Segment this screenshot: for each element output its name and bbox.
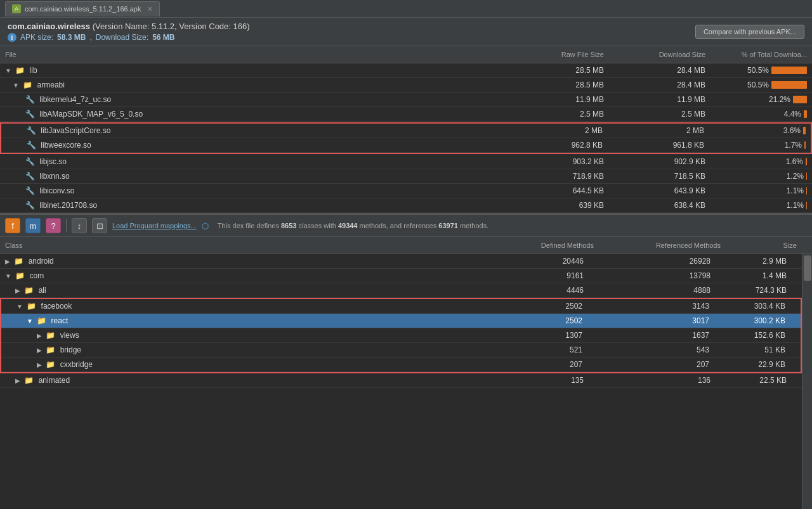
size-bar — [806, 187, 807, 195]
header: com.cainiao.wireless (Version Name: 5.11… — [0, 18, 812, 46]
file-name-cell: 🔧 libxnn.so — [0, 171, 527, 182]
compare-button[interactable]: Compare with previous APK... — [695, 25, 804, 39]
info-icon: i — [8, 33, 16, 42]
expand-icon: ▶ — [37, 347, 42, 354]
table-row[interactable]: ▼ 📁 com 9161 13798 1.4 MB — [0, 269, 802, 283]
table-row[interactable]: ▶ 📁 views 1307 1637 152.6 KB — [1, 328, 801, 343]
expand-icon: ▼ — [5, 67, 11, 74]
folder-icon: 📁 — [15, 66, 25, 75]
file-name-cell: 🔧 libkernelu4_7z_uc.so — [0, 94, 527, 105]
table-row[interactable]: 🔧 libinet.201708.so 639 KB 638.4 KB 1.1% — [0, 198, 812, 213]
folder-icon: 📁 — [14, 257, 23, 266]
expand-icon: ▼ — [16, 303, 23, 310]
table-row[interactable]: ▶ 📁 cxxbridge 207 207 22.9 KB — [1, 358, 801, 372]
table-row[interactable]: 🔧 libxnn.so 718.9 KB 718.5 KB 1.2% — [0, 169, 812, 184]
file-name-cell: 🔧 libAMapSDK_MAP_v6_5_0.so — [0, 108, 527, 120]
class-name-cell: ▶ 📁 views — [1, 330, 486, 341]
tab-label: com.cainiao.wireless_5.11.2_166.apk — [25, 5, 141, 13]
file-name-cell: 🔧 libweexcore.so — [1, 139, 525, 151]
folder-icon: 📁 — [46, 331, 55, 340]
table-row[interactable]: ▶ 📁 animated 135 136 22.5 KB — [0, 373, 802, 388]
table-row[interactable]: ▶ 📁 ali 4446 4888 724.3 KB — [0, 283, 802, 298]
size-bar — [806, 158, 807, 165]
folder-icon: 📁 — [24, 376, 34, 385]
table-row[interactable]: ▶ 📁 android 20446 26928 2.9 MB — [0, 254, 802, 269]
table-row[interactable]: 🔧 libAMapSDK_MAP_v6_5_0.so 2.5 MB 2.5 MB… — [0, 107, 812, 122]
apk-size-label: APK size: — [20, 33, 53, 42]
table-row[interactable]: 🔧 libiconv.so 644.5 KB 643.9 KB 1.1% — [0, 184, 812, 198]
size-bar — [803, 127, 806, 134]
class-name-cell: ▶ 📁 android — [0, 255, 487, 267]
file-name-cell: 🔧 libjsc.so — [0, 156, 527, 167]
bottom-toolbar: f m ? ↕ ⊡ Load Proguard mappings... ⬡ Th… — [0, 214, 812, 237]
table-row[interactable]: ▼ 📁 facebook 2502 3143 303.4 KB — [1, 299, 801, 314]
file-icon: 🔧 — [25, 172, 35, 181]
tab-close-button[interactable]: ✕ — [147, 5, 153, 13]
table-row[interactable]: 🔧 libjsc.so 903.2 KB 902.9 KB 1.6% — [0, 155, 812, 169]
dex-icon: ⬡ — [202, 221, 209, 231]
q-button[interactable]: ? — [46, 218, 61, 233]
pct-col-header: % of Total Downloa... — [710, 49, 812, 60]
apk-size-value: 58.3 MB — [57, 33, 86, 42]
header-row: com.cainiao.wireless (Version Name: 5.11… — [8, 22, 804, 42]
download-value: 56 MB — [152, 33, 174, 42]
expand-icon: ▶ — [5, 258, 10, 265]
filter-button[interactable]: ⊡ — [92, 218, 107, 233]
sort-button[interactable]: ↕ — [72, 218, 87, 233]
class-table-body: ▶ 📁 android 20446 26928 2.9 MB ▼ 📁 com — [0, 254, 812, 509]
file-section: File Raw File Size Download Size % of To… — [0, 46, 812, 214]
apk-tab[interactable]: A com.cainiao.wireless_5.11.2_166.apk ✕ — [5, 1, 160, 16]
size-bar — [806, 172, 807, 180]
rawsize-col-header: Raw File Size — [527, 49, 609, 60]
folder-icon: 📁 — [23, 81, 32, 89]
expand-icon: ▼ — [5, 273, 11, 280]
facebook-react-highlight: ▼ 📁 facebook 2502 3143 303.4 KB ▼ — [0, 298, 802, 373]
expand-icon: ▼ — [27, 318, 33, 325]
download-label: Download Size: — [96, 33, 148, 42]
scrollbar-header — [802, 240, 812, 251]
size-bar — [771, 81, 807, 89]
class-name-cell: ▶ 📁 ali — [0, 285, 487, 296]
dex-info-text: This dex file defines 8653 classes with … — [218, 222, 489, 229]
header-title: com.cainiao.wireless (Version Name: 5.11… — [8, 22, 250, 31]
size-bar — [771, 67, 807, 74]
expand-icon: ▶ — [37, 361, 42, 368]
table-row[interactable]: ▶ 📁 bridge 521 543 51 KB — [1, 343, 801, 358]
expand-icon: ▶ — [37, 332, 42, 339]
file-icon: 🔧 — [25, 157, 35, 166]
file-icon: 🔧 — [25, 95, 35, 104]
table-row[interactable]: 🔧 libweexcore.so 962.8 KB 961.8 KB 1.7% — [1, 138, 811, 153]
table-row[interactable]: ▼ 📁 lib 28.5 MB 28.4 MB 50.5% — [0, 63, 812, 78]
class-col-header: Class — [0, 240, 497, 251]
file-icon: 🔧 — [27, 141, 36, 150]
folder-icon: 📁 — [24, 286, 34, 295]
load-proguard-button[interactable]: Load Proguard mappings... — [112, 222, 197, 229]
header-subtitle: i APK size: 58.3 MB, Download Size: 56 M… — [8, 33, 250, 42]
class-name-cell: ▶ 📁 animated — [0, 375, 487, 386]
scrollbar-thumb[interactable] — [804, 255, 811, 281]
m-button[interactable]: m — [25, 218, 41, 233]
table-row[interactable]: ▼ 📁 armeabi 28.5 MB 28.4 MB 50.5% — [0, 78, 812, 93]
f-button[interactable]: f — [5, 218, 20, 233]
table-row[interactable]: 🔧 libJavaScriptCore.so 2 MB 2 MB 3.6% — [1, 124, 811, 138]
file-name-cell: ▼ 📁 lib — [0, 65, 527, 76]
class-rows: ▶ 📁 android 20446 26928 2.9 MB ▼ 📁 com — [0, 254, 802, 509]
folder-icon: 📁 — [46, 345, 55, 354]
table-row[interactable]: 🔧 libkernelu4_7z_uc.so 11.9 MB 11.9 MB 2… — [0, 93, 812, 107]
dlsize-col-header: Download Size — [609, 49, 710, 60]
scrollbar[interactable] — [802, 254, 812, 509]
expand-icon: ▶ — [15, 287, 20, 294]
tab-bar: A com.cainiao.wireless_5.11.2_166.apk ✕ — [0, 0, 812, 18]
class-name-cell: ▶ 📁 cxxbridge — [1, 359, 486, 370]
file-table-header: File Raw File Size Download Size % of To… — [0, 46, 812, 63]
version-label: (Version Name: 5.11.2, Version Code: 166… — [93, 22, 250, 31]
folder-icon: 📁 — [27, 302, 36, 311]
table-row[interactable]: ▼ 📁 react 2502 3017 300.2 KB — [1, 314, 801, 328]
folder-icon: 📁 — [46, 360, 55, 369]
expand-icon: ▼ — [13, 82, 19, 89]
folder-icon: 📁 — [15, 271, 25, 280]
size-bar — [804, 141, 806, 149]
file-icon: 🔧 — [27, 126, 36, 135]
size-col-header: Size — [726, 240, 802, 251]
file-col-header: File — [0, 49, 527, 60]
